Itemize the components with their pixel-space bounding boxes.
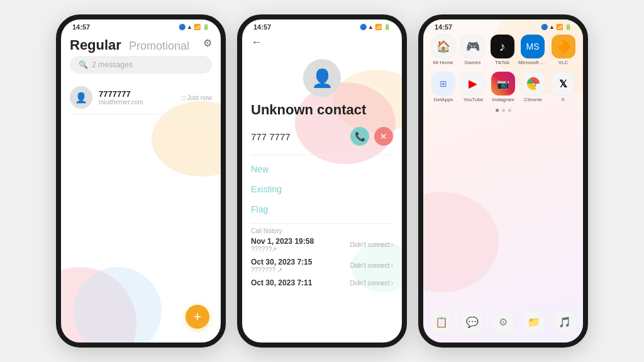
call-row-1: Nov 1, 2023 19:58 ??????↗ Didn't connect… bbox=[251, 237, 393, 253]
getapps-label: GetApps bbox=[433, 97, 453, 102]
app-games[interactable]: 🎮 Games bbox=[459, 35, 486, 65]
call-button[interactable]: 📞 bbox=[350, 127, 369, 146]
status-bar-1: 14:57 🔵 ▲ 📶 🔋 bbox=[61, 19, 221, 32]
app-grid-row1: 🏠 Mi Home 🎮 Games ♪ TikTok MS Microsoft … bbox=[430, 35, 577, 65]
action-flag[interactable]: Flag bbox=[251, 199, 393, 219]
contact-name: Unknown contact bbox=[251, 102, 393, 118]
phone2-content: ← 👤 Unknown contact 777 7777 📞 ✕ New Exi… bbox=[242, 32, 402, 287]
call-history-item-2[interactable]: Oct 30, 2023 7:15 ??????? ↗ Didn't conne… bbox=[251, 258, 393, 273]
app-dock: 📋 💬 ⚙ 📁 🎵 bbox=[423, 306, 583, 337]
mihome-icon: 🏠 bbox=[431, 35, 455, 58]
status-icons-1: 🔵 ▲ 📶 🔋 bbox=[179, 24, 209, 30]
call-date-2: Oct 30, 2023 7:15 ??????? ↗ bbox=[251, 258, 312, 273]
app-tiktok[interactable]: ♪ TikTok bbox=[489, 35, 516, 65]
chrome-icon bbox=[521, 72, 545, 96]
divider-2 bbox=[251, 223, 393, 224]
phone-number: 777 7777 bbox=[251, 131, 291, 142]
status-icons-3: 🔵 ▲ 📶 🔋 bbox=[541, 24, 572, 30]
call-row-2: Oct 30, 2023 7:15 ??????? ↗ Didn't conne… bbox=[251, 258, 393, 273]
message-time: □ Just now bbox=[182, 94, 212, 101]
message-item[interactable]: 👤 7777777 miuithemer.com □ Just now bbox=[70, 81, 212, 114]
search-icon: 🔍 bbox=[79, 60, 88, 69]
swiftkey-label: Microsoft SwiftKey ... bbox=[518, 60, 547, 65]
app-getapps[interactable]: ⊞ GetApps bbox=[430, 72, 457, 102]
vlc-label: VLC bbox=[558, 60, 569, 65]
call-status-1: Didn't connect › bbox=[350, 241, 393, 248]
app-instagram[interactable]: 📷 Instagram bbox=[489, 72, 517, 102]
status-bar-2: 14:57 🔵 ▲ 📶 🔋 bbox=[242, 19, 402, 32]
call-history-label: Call history bbox=[251, 228, 393, 234]
phone-1-screen: 14:57 🔵 ▲ 📶 🔋 Regular Promotional ⚙ 🔍 2 … bbox=[61, 19, 221, 343]
chrome-label: Chrome bbox=[524, 97, 541, 102]
dock-icon-4[interactable]: 📁 bbox=[523, 310, 546, 334]
gear-icon[interactable]: ⚙ bbox=[203, 37, 212, 49]
vlc-icon: 🔶 bbox=[552, 35, 575, 58]
dock-icon-5[interactable]: 🎵 bbox=[553, 310, 577, 334]
tab-regular[interactable]: Regular bbox=[70, 37, 121, 53]
app-chrome[interactable]: Chrome bbox=[519, 72, 547, 102]
divider-1 bbox=[251, 155, 393, 155]
phone-1: 14:57 🔵 ▲ 📶 🔋 Regular Promotional ⚙ 🔍 2 … bbox=[56, 14, 226, 348]
app-youtube[interactable]: ▶ YouTube bbox=[460, 72, 487, 102]
dock-icon-1[interactable]: 📋 bbox=[430, 310, 453, 334]
status-time-3: 14:57 bbox=[435, 23, 452, 31]
search-placeholder: 2 messages bbox=[92, 60, 133, 69]
tiktok-label: TikTok bbox=[495, 60, 509, 65]
tiktok-icon: ♪ bbox=[491, 35, 514, 58]
search-bar[interactable]: 🔍 2 messages bbox=[70, 56, 212, 74]
call-date-3: Oct 30, 2023 7:11 bbox=[251, 278, 312, 287]
phones-container: 14:57 🔵 ▲ 📶 🔋 Regular Promotional ⚙ 🔍 2 … bbox=[0, 0, 644, 362]
getapps-icon: ⊞ bbox=[431, 72, 455, 96]
decline-button[interactable]: ✕ bbox=[374, 127, 393, 146]
app-x[interactable]: 𝕏 X bbox=[549, 72, 577, 102]
call-history-item-1[interactable]: Nov 1, 2023 19:58 ??????↗ Didn't connect… bbox=[251, 237, 393, 253]
phone-2: 14:57 🔵 ▲ 📶 🔋 ← 👤 Unknown contact 777 77… bbox=[237, 14, 407, 348]
phone-2-screen: 14:57 🔵 ▲ 📶 🔋 ← 👤 Unknown contact 777 77… bbox=[242, 19, 402, 343]
phone1-tabs: Regular Promotional bbox=[70, 37, 189, 53]
phone-3-screen: 14:57 🔵 ▲ 📶 🔋 🏠 Mi Home 🎮 Games ♪ bbox=[423, 19, 583, 343]
phone-3: 14:57 🔵 ▲ 📶 🔋 🏠 Mi Home 🎮 Games ♪ bbox=[418, 14, 588, 348]
tab-promo[interactable]: Promotional bbox=[129, 40, 189, 53]
message-avatar: 👤 bbox=[70, 86, 92, 109]
instagram-icon: 📷 bbox=[491, 72, 515, 96]
call-status-3: Didn't connect › bbox=[350, 280, 393, 287]
youtube-icon: ▶ bbox=[461, 72, 485, 96]
phone-row: 777 7777 📞 ✕ bbox=[251, 127, 393, 146]
dock-icon-2[interactable]: 💬 bbox=[460, 310, 484, 334]
games-label: Games bbox=[465, 60, 481, 65]
page-dots bbox=[430, 109, 577, 112]
back-button[interactable]: ← bbox=[251, 32, 393, 53]
app-vlc[interactable]: 🔶 VLC bbox=[550, 35, 577, 65]
contact-avatar: 👤 bbox=[303, 59, 341, 97]
call-date-1: Nov 1, 2023 19:58 ??????↗ bbox=[251, 237, 314, 253]
phone3-content: 🏠 Mi Home 🎮 Games ♪ TikTok MS Microsoft … bbox=[423, 32, 583, 112]
app-mihome[interactable]: 🏠 Mi Home bbox=[430, 35, 457, 65]
compose-fab[interactable]: + bbox=[186, 305, 209, 329]
app-swiftkey[interactable]: MS Microsoft SwiftKey ... bbox=[518, 35, 547, 65]
status-time-1: 14:57 bbox=[72, 23, 90, 31]
instagram-label: Instagram bbox=[492, 97, 514, 102]
status-icons-2: 🔵 ▲ 📶 🔋 bbox=[360, 24, 391, 30]
phone1-content: Regular Promotional ⚙ 🔍 2 messages 👤 777… bbox=[61, 32, 221, 114]
msg-time-icon: □ bbox=[182, 94, 187, 101]
message-name: 7777777 bbox=[99, 89, 175, 99]
status-time-2: 14:57 bbox=[253, 23, 271, 31]
phone-actions: 📞 ✕ bbox=[350, 127, 393, 146]
call-status-2: Didn't connect › bbox=[350, 262, 393, 269]
message-info: 7777777 miuithemer.com bbox=[99, 89, 175, 106]
dot-1 bbox=[496, 109, 499, 112]
status-bar-3: 14:57 🔵 ▲ 📶 🔋 bbox=[423, 19, 583, 32]
x-label: X bbox=[562, 97, 565, 102]
mihome-label: Mi Home bbox=[433, 60, 453, 65]
call-row-3: Oct 30, 2023 7:11 Didn't connect › bbox=[251, 278, 393, 287]
youtube-label: YouTube bbox=[464, 97, 483, 102]
dot-3 bbox=[508, 109, 511, 112]
action-new[interactable]: New bbox=[251, 159, 393, 179]
action-existing[interactable]: Existing bbox=[251, 179, 393, 199]
swiftkey-icon: MS bbox=[521, 35, 545, 58]
dot-2 bbox=[502, 109, 505, 112]
dock-icon-3[interactable]: ⚙ bbox=[491, 310, 514, 334]
games-icon: 🎮 bbox=[461, 35, 485, 58]
call-history-item-3[interactable]: Oct 30, 2023 7:11 Didn't connect › bbox=[251, 278, 393, 287]
message-sub: miuithemer.com bbox=[99, 99, 175, 106]
